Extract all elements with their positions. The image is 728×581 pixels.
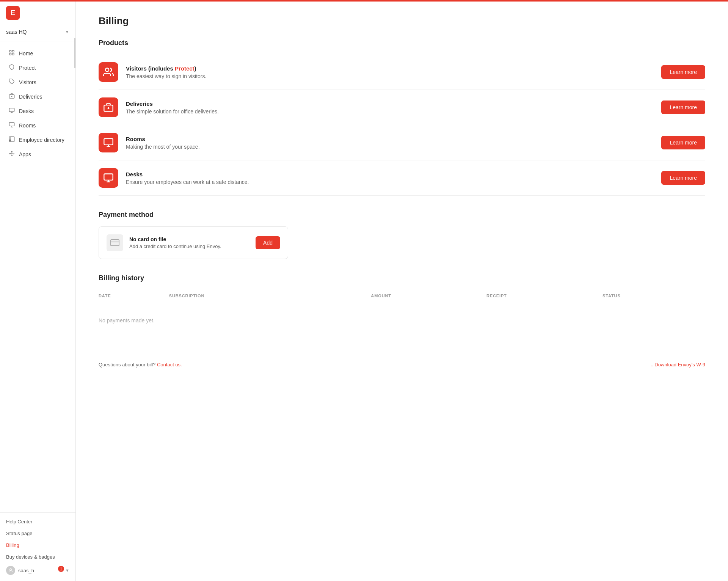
visitors-product-icon xyxy=(99,62,118,82)
rooms-icon xyxy=(8,122,15,129)
page-title: Billing xyxy=(99,15,705,27)
no-card-desc: Add a credit card to continue using Envo… xyxy=(129,243,256,249)
buy-devices-link[interactable]: Buy devices & badges xyxy=(0,551,75,563)
avatar xyxy=(6,566,15,575)
payment-section-title: Payment method xyxy=(99,211,705,219)
billing-history-title: Billing history xyxy=(99,274,705,282)
sidebar-item-visitors[interactable]: Visitors xyxy=(2,75,73,89)
svg-rect-35 xyxy=(111,240,119,246)
sidebar-divider-top xyxy=(0,41,75,41)
deliveries-product-icon xyxy=(99,97,118,117)
svg-rect-1 xyxy=(12,50,14,52)
sidebar-scrollbar[interactable] xyxy=(74,38,75,68)
rooms-product-name: Rooms xyxy=(126,136,661,142)
svg-point-20 xyxy=(11,151,13,152)
download-w9-link[interactable]: ↓ Download Envoy's W-9 xyxy=(651,362,705,367)
org-selector[interactable]: saas HQ ▼ xyxy=(0,26,75,38)
products-section-title: Products xyxy=(99,39,705,47)
visitors-product-info: Visitors (includes Protect) The easiest … xyxy=(126,65,661,79)
sidebar-item-visitors-label: Visitors xyxy=(19,79,36,85)
notification-badge: 1 xyxy=(58,566,64,572)
billing-table-header-row: Date Subscription Amount Receipt Status xyxy=(99,290,705,302)
product-row-desks: Desks Ensure your employees can work at … xyxy=(99,160,705,196)
user-chevron-icon: ▼ xyxy=(65,568,69,573)
svg-point-21 xyxy=(11,155,13,156)
help-center-link[interactable]: Help Center xyxy=(0,516,75,528)
desks-product-desc: Ensure your employees can work at a safe… xyxy=(126,179,661,185)
desks-product-icon xyxy=(99,168,118,188)
sidebar-item-apps-label: Apps xyxy=(19,151,31,157)
visitors-product-desc: The easiest way to sign in visitors. xyxy=(126,73,661,79)
product-row-visitors: Visitors (includes Protect) The easiest … xyxy=(99,55,705,90)
visitors-learn-more-button[interactable]: Learn more xyxy=(661,65,705,79)
svg-rect-8 xyxy=(9,108,14,111)
svg-rect-29 xyxy=(104,139,113,145)
logo-icon: E xyxy=(6,6,20,20)
apps-icon xyxy=(8,151,15,158)
add-card-button[interactable]: Add xyxy=(256,236,280,249)
sidebar-item-protect[interactable]: Protect xyxy=(2,61,73,75)
deliveries-product-desc: The simple solution for office deliverie… xyxy=(126,108,661,115)
svg-rect-2 xyxy=(9,53,11,55)
col-subscription: Subscription xyxy=(169,290,371,302)
rooms-product-info: Rooms Making the most of your space. xyxy=(126,136,661,150)
visitors-icon xyxy=(8,79,15,86)
svg-rect-32 xyxy=(104,174,113,180)
card-icon xyxy=(107,234,123,251)
user-row[interactable]: saas_h 1 ▼ xyxy=(0,563,75,578)
billing-table-body: No payments made yet. xyxy=(99,302,705,339)
sidebar-item-protect-label: Protect xyxy=(19,65,36,71)
col-amount: Amount xyxy=(371,290,486,302)
employee-directory-icon xyxy=(8,136,15,143)
product-row-rooms: Rooms Making the most of your space. Lea… xyxy=(99,125,705,160)
sidebar-item-desks-label: Desks xyxy=(19,108,34,114)
svg-point-22 xyxy=(9,153,11,154)
desks-icon xyxy=(8,107,15,115)
top-bar xyxy=(0,0,728,2)
home-icon xyxy=(8,50,15,57)
desks-learn-more-button[interactable]: Learn more xyxy=(661,171,705,185)
protect-link[interactable]: Protect xyxy=(175,65,195,72)
sidebar-item-deliveries[interactable]: Deliveries xyxy=(2,90,73,104)
contact-us-link[interactable]: Contact us. xyxy=(157,362,182,367)
desks-product-name: Desks xyxy=(126,171,661,177)
status-page-link[interactable]: Status page xyxy=(0,528,75,539)
chevron-down-icon: ▼ xyxy=(65,29,69,35)
billing-table-head: Date Subscription Amount Receipt Status xyxy=(99,290,705,302)
sidebar-item-apps[interactable]: Apps xyxy=(2,147,73,161)
deliveries-learn-more-button[interactable]: Learn more xyxy=(661,100,705,114)
protect-icon xyxy=(8,64,15,71)
payment-section: Payment method No card on file Add a cre… xyxy=(99,211,705,259)
sidebar-item-desks[interactable]: Desks xyxy=(2,104,73,118)
deliveries-product-name: Deliveries xyxy=(126,100,661,107)
col-date: Date xyxy=(99,290,169,302)
product-row-deliveries: Deliveries The simple solution for offic… xyxy=(99,90,705,125)
billing-table: Date Subscription Amount Receipt Status … xyxy=(99,290,705,339)
sidebar-item-employee-directory[interactable]: Employee directory xyxy=(2,133,73,147)
billing-link[interactable]: Billing xyxy=(0,539,75,551)
desks-product-info: Desks Ensure your employees can work at … xyxy=(126,171,661,185)
billing-footer: Questions about your bill? Contact us. ↓… xyxy=(99,354,705,367)
sidebar-item-rooms[interactable]: Rooms xyxy=(2,118,73,132)
svg-point-23 xyxy=(13,153,14,154)
svg-rect-11 xyxy=(9,122,14,126)
no-card-title: No card on file xyxy=(129,236,256,242)
svg-point-25 xyxy=(105,68,109,72)
org-name: saas HQ xyxy=(6,29,27,35)
no-payments-text: No payments made yet. xyxy=(99,302,705,339)
sidebar-item-employee-directory-label: Employee directory xyxy=(19,137,64,143)
sidebar-item-deliveries-label: Deliveries xyxy=(19,94,42,100)
main-nav: Home Protect Visitors Deliveries Desks xyxy=(0,44,75,512)
payment-card: No card on file Add a credit card to con… xyxy=(99,226,288,259)
rooms-learn-more-button[interactable]: Learn more xyxy=(661,136,705,149)
rooms-product-desc: Making the most of your space. xyxy=(126,144,661,150)
visitors-product-name: Visitors (includes Protect) xyxy=(126,65,661,72)
rooms-product-icon xyxy=(99,133,118,152)
svg-point-24 xyxy=(10,568,12,570)
card-info: No card on file Add a credit card to con… xyxy=(129,236,256,249)
user-name: saas_h xyxy=(18,568,34,573)
billing-history-section: Billing history Date Subscription Amount… xyxy=(99,274,705,339)
deliveries-product-info: Deliveries The simple solution for offic… xyxy=(126,100,661,115)
sidebar-item-home-label: Home xyxy=(19,50,33,57)
sidebar-item-home[interactable]: Home xyxy=(2,46,73,60)
